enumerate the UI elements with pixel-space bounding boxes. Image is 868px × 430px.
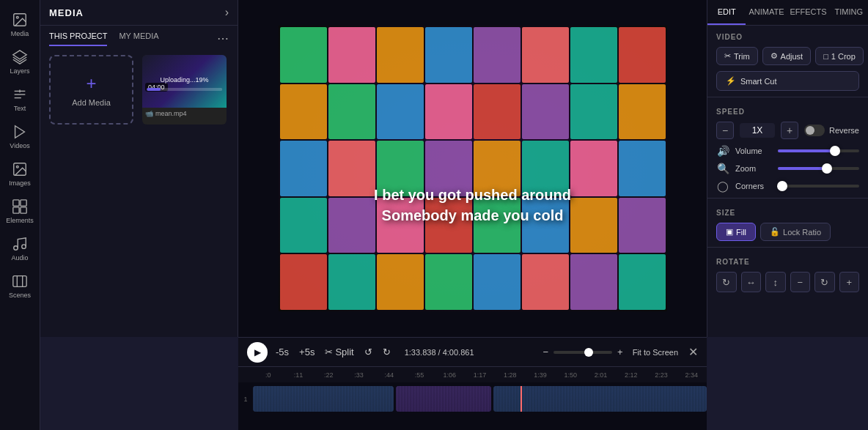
ruler-mark-13: 2:23 bbox=[646, 371, 676, 379]
zoom-in-button[interactable]: + bbox=[615, 344, 625, 360]
zoom-out-button[interactable]: − bbox=[540, 344, 551, 360]
trim-button[interactable]: ✂ Trim bbox=[716, 47, 758, 65]
media-collapse-button[interactable]: › bbox=[225, 6, 229, 19]
track-clip-2[interactable] bbox=[396, 386, 491, 412]
volume-slider[interactable] bbox=[778, 149, 859, 152]
sidebar-item-audio[interactable]: Audio bbox=[0, 230, 40, 267]
sidebar-item-videos[interactable]: Videos bbox=[0, 118, 40, 155]
sidebar-item-elements[interactable]: Elements bbox=[0, 193, 40, 230]
undo-button[interactable]: ↺ bbox=[362, 344, 375, 360]
sidebar-item-layers[interactable]: Layers bbox=[0, 43, 40, 81]
rotate-section-label: ROTATE bbox=[707, 251, 868, 269]
svg-point-1 bbox=[16, 16, 18, 18]
volume-icon: 🔊 bbox=[716, 145, 729, 157]
flip-h-button[interactable]: ↔ bbox=[741, 272, 762, 292]
rotate-icon-button[interactable]: ↻ bbox=[814, 272, 835, 292]
svg-rect-16 bbox=[13, 276, 26, 287]
video-subtitle: I bet you got pushed around Somebody mad… bbox=[374, 185, 571, 226]
ruler-mark-10: 1:50 bbox=[556, 371, 586, 379]
reverse-toggle[interactable]: Reverse bbox=[804, 125, 859, 136]
rotate-plus-button[interactable]: + bbox=[839, 272, 860, 292]
track-content[interactable] bbox=[253, 386, 707, 412]
minus5-button[interactable]: -5s bbox=[273, 344, 291, 360]
close-timeline-button[interactable]: ✕ bbox=[688, 345, 698, 359]
smart-cut-button[interactable]: ⚡ Smart Cut bbox=[716, 71, 859, 91]
svg-point-14 bbox=[14, 246, 18, 251]
svg-point-15 bbox=[22, 245, 26, 249]
sidebar-item-media[interactable]: Media bbox=[0, 6, 40, 43]
zoom-controls: − + Fit to Screen ✕ bbox=[540, 344, 698, 360]
add-media-label: Add Media bbox=[72, 98, 111, 107]
lock-ratio-button[interactable]: 🔓 Lock Ratio bbox=[760, 223, 831, 241]
timeline-ruler: :0 :11 :22 :33 :44 :55 1:06 1:17 1:28 1:… bbox=[238, 366, 707, 382]
zoom-slider-track[interactable] bbox=[778, 167, 859, 170]
ruler-mark-6: 1:06 bbox=[435, 371, 465, 379]
svg-rect-13 bbox=[21, 207, 26, 213]
volume-fill bbox=[778, 149, 835, 152]
timeline-controls: ▶ -5s +5s ✂ Split ↺ ↻ 1:33.838 / 4:00.86… bbox=[238, 337, 707, 366]
volume-label: Volume bbox=[735, 147, 772, 155]
tab-animate[interactable]: ANIMATE bbox=[746, 0, 787, 25]
zoom-slider[interactable] bbox=[553, 351, 612, 354]
video-section-label: VIDEO bbox=[707, 26, 868, 44]
volume-thumb[interactable] bbox=[830, 146, 840, 156]
play-button[interactable]: ▶ bbox=[247, 342, 268, 363]
divider-3 bbox=[707, 247, 868, 248]
ruler-mark-1: :11 bbox=[283, 371, 313, 379]
zoom-thumb-right[interactable] bbox=[822, 163, 832, 174]
redo-button[interactable]: ↻ bbox=[380, 344, 393, 360]
sidebar-item-text[interactable]: Text bbox=[0, 81, 40, 118]
corners-slider[interactable] bbox=[778, 185, 859, 188]
sidebar-item-scenes[interactable]: Scenes bbox=[0, 267, 40, 305]
corners-label: Corners bbox=[735, 182, 772, 190]
speed-row: − 1X + Reverse bbox=[707, 119, 868, 142]
speed-minus-button[interactable]: − bbox=[716, 122, 734, 139]
zoom-label: Zoom bbox=[735, 164, 772, 173]
fill-button[interactable]: ▣ Fill bbox=[716, 223, 756, 241]
reverse-toggle-box[interactable] bbox=[804, 125, 825, 136]
playhead-arrow bbox=[518, 386, 525, 387]
split-button[interactable]: ✂ Split bbox=[323, 344, 356, 360]
tab-this-project[interactable]: THIS PROJECT bbox=[49, 31, 107, 46]
rotate-ccw-button[interactable]: ↻ bbox=[716, 272, 737, 292]
fit-screen-button[interactable]: Fit to Screen bbox=[628, 346, 683, 359]
size-section-label: SIZE bbox=[707, 201, 868, 220]
add-media-box[interactable]: + Add Media bbox=[49, 55, 133, 125]
progress-bar-bg bbox=[147, 88, 223, 91]
zoom-thumb bbox=[584, 348, 593, 357]
media-tabs: THIS PROJECT MY MEDIA ⋯ bbox=[40, 26, 238, 46]
main-content: I bet you got pushed around Somebody mad… bbox=[238, 0, 707, 430]
plus5-button[interactable]: +5s bbox=[297, 344, 317, 360]
ruler-mark-0: :0 bbox=[253, 371, 283, 379]
flip-v-button[interactable]: ↕ bbox=[765, 272, 786, 292]
video-bg: I bet you got pushed around Somebody mad… bbox=[279, 26, 667, 311]
sidebar-item-images[interactable]: Images bbox=[0, 155, 40, 193]
ruler-marks: :0 :11 :22 :33 :44 :55 1:06 1:17 1:28 1:… bbox=[253, 371, 707, 379]
speed-section-label: SPEED bbox=[707, 100, 868, 119]
trim-icon: ✂ bbox=[724, 51, 731, 61]
corners-thumb[interactable] bbox=[777, 181, 787, 191]
toggle-circle bbox=[806, 126, 814, 135]
track-clip-1[interactable] bbox=[253, 386, 394, 412]
adjust-button[interactable]: ⚙ Adjust bbox=[762, 47, 812, 65]
svg-marker-2 bbox=[13, 51, 26, 59]
tab-my-media[interactable]: MY MEDIA bbox=[119, 31, 158, 46]
split-icon: ✂ bbox=[325, 346, 333, 357]
tab-edit[interactable]: EDIT bbox=[707, 0, 746, 25]
svg-marker-7 bbox=[15, 126, 25, 138]
size-row: ▣ Fill 🔓 Lock Ratio bbox=[707, 220, 868, 244]
speed-plus-button[interactable]: + bbox=[781, 122, 798, 139]
corners-icon: ◯ bbox=[716, 180, 729, 192]
playhead[interactable] bbox=[521, 386, 522, 412]
ruler-mark-12: 2:12 bbox=[616, 371, 646, 379]
right-panel: EDIT ANIMATE EFFECTS TIMING VIDEO ✂ Trim… bbox=[707, 0, 868, 337]
track-clip-3[interactable] bbox=[493, 386, 707, 412]
crop-button[interactable]: □ 1 Crop bbox=[815, 47, 864, 65]
media-thumbnail[interactable]: Uploading...19% 04:00 📹 mean.mp4 bbox=[142, 55, 227, 125]
media-tab-more[interactable]: ⋯ bbox=[217, 31, 229, 46]
rotate-minus-button[interactable]: − bbox=[790, 272, 811, 292]
tab-timing[interactable]: TIMING bbox=[830, 0, 868, 25]
ruler-mark-4: :44 bbox=[374, 371, 404, 379]
ruler-mark-8: 1:28 bbox=[495, 371, 525, 379]
tab-effects[interactable]: EFFECTS bbox=[787, 0, 829, 25]
